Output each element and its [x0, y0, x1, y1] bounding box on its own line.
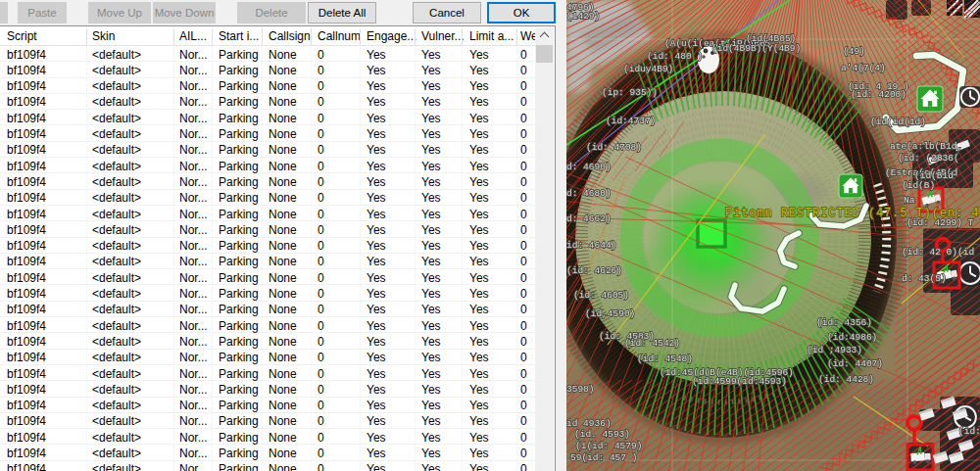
- svg-text:(id:4737): (id:4737): [606, 116, 656, 126]
- svg-text:(id: 4626): (id: 4626): [566, 265, 622, 276]
- svg-text:(id: (2836(: (id: (2836(: [898, 153, 959, 164]
- svg-text:(id. 4593): (id. 4593): [574, 429, 630, 440]
- svg-text:(id(4B9B)(Y(4B9): (id(4B9B)(Y(4B9): [711, 43, 801, 54]
- svg-text:d: 4680): d: 4680): [566, 188, 612, 199]
- svg-text:(id:4986): (id:4986): [827, 332, 877, 343]
- svg-text:(id:: (id:: [958, 426, 980, 437]
- svg-text:(id: 4356): (id: 4356): [816, 317, 872, 328]
- svg-text:59(id: 457 ): 59(id: 457 ): [570, 452, 637, 463]
- svg-text:(id,4590): (id,4590): [585, 308, 635, 319]
- svg-text:id: 4644): id: 4644): [566, 240, 616, 251]
- svg-text:Na: Na: [904, 195, 915, 206]
- svg-text:(iduy4B9): (iduy4B9): [623, 64, 673, 74]
- svg-text:(1429): (1429): [566, 11, 600, 22]
- svg-text:(id(id(1d): (id(id(1d): [870, 117, 926, 127]
- svg-text:(id: 4200): (id: 4200): [851, 89, 906, 100]
- svg-text:(1(id: 4579): (1(id: 4579): [575, 441, 642, 451]
- svg-text:(id: 4428): (id: 4428): [818, 374, 874, 385]
- svg-text:(id: 4407): (id: 4407): [827, 358, 883, 369]
- svg-text:3598): 3598): [566, 384, 595, 395]
- svg-text:(id(4B05): (id(4B05): [746, 33, 796, 44]
- svg-text:ate(a:lb(B1d,: ate(a:lb(B1d,: [890, 141, 962, 152]
- svg-text:(id: 42 0)(id: (id: 42 0)(id: [902, 247, 974, 258]
- svg-text:id 4936): id 4936): [566, 418, 612, 429]
- svg-text:(id ;4933): (id ;4933): [807, 345, 862, 355]
- svg-text:a'4(7(4): a'4(7(4): [841, 63, 886, 73]
- svg-text:d: 4662): d: 4662): [566, 213, 612, 224]
- svg-text:(id: 480 ): (id: 480 ): [647, 51, 703, 62]
- svg-text:d: 4690): d: 4690): [566, 162, 612, 172]
- svg-text:d: 43(5): d: 43(5): [902, 273, 947, 284]
- svg-text:(49): (49): [843, 46, 865, 57]
- svg-text:(id: 4542): (id: 4542): [624, 338, 680, 349]
- svg-text:(id: 4605): (id: 4605): [573, 290, 629, 301]
- svg-text:(id: 4708): (id: 4708): [586, 142, 642, 153]
- svg-text:(id(B1d: (id(B1d: [914, 170, 954, 181]
- svg-text:Pitomn RESTRICTED (47.5 T)(e: Pitomn RESTRICTED (47.5 T)(en: 4: [725, 207, 979, 220]
- svg-text:(id:4599(id:4593): (id:4599(id:4593): [692, 376, 787, 387]
- svg-text:(id(B): (id(B): [902, 180, 935, 191]
- svg-text:(id: 4548): (id: 4548): [637, 353, 693, 364]
- svg-text:(ip: 935)): (ip: 935)): [602, 87, 658, 98]
